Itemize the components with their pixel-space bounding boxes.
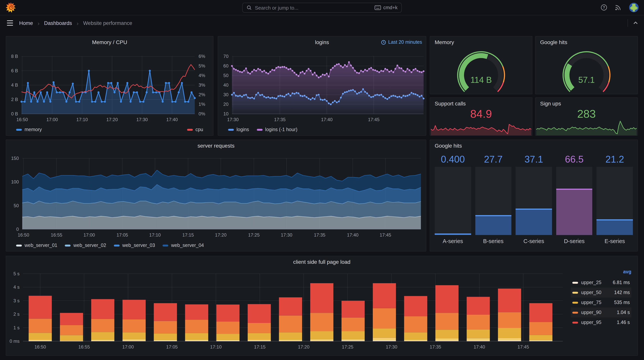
axis-tick: 6% [198,54,205,59]
axis-tick: 0% [198,111,205,116]
legend-item[interactable]: web_server_04 [163,243,204,248]
panel-title[interactable]: server requests [6,142,426,149]
axis-tick: 17:25 [342,344,354,350]
bar-gauge-column: 21.2E-series [597,154,633,248]
search-input[interactable]: Search or jump to... cmd+k [242,3,402,13]
memory-cpu-legend: memorycpu [16,127,203,132]
legend-swatch [572,292,578,294]
axis-tick: 17:45 [380,232,391,238]
bar-gauge-value: 0.400 [435,154,471,165]
news-rss-icon[interactable] [615,4,622,11]
axis-tick: 17:10 [76,117,88,122]
legend-item[interactable]: upper_951.46 s [571,318,631,328]
legend-item[interactable]: web_server_01 [16,243,57,248]
axis-tick: 17:30 [136,117,148,122]
axis-tick: 17:35 [274,117,286,122]
axis-tick: 8 B [11,54,18,59]
legend-value: 1.04 s [617,310,630,315]
bar-gauge-label: E-series [597,235,633,248]
panel-title[interactable]: Google hits [536,39,638,45]
legend-swatch [257,129,262,130]
legend-label: upper_75 [581,300,614,305]
panel-title[interactable]: Memory [430,39,532,45]
axis-tick: 1% [198,102,205,107]
help-icon[interactable]: ? [601,4,607,11]
legend-item[interactable]: upper_75535 ms [571,298,631,308]
chevron-up-icon[interactable] [632,20,639,26]
bar-gauge-value: 27.7 [475,154,511,165]
breadcrumb-dashboards[interactable]: Dashboards [44,20,72,26]
panel-title[interactable]: Google hits [430,142,638,149]
bar-gauge-fill [597,220,633,235]
legend-swatch [16,129,22,130]
panel-sign-ups: Sign ups 283 [535,98,638,136]
legend-item[interactable]: web_server_03 [114,243,155,248]
axis-tick: 17:20 [106,117,118,122]
logins-chart[interactable]: 7060504030201017:3017:3517:4017:45 [218,36,426,125]
bar-gauge-column: 0.400A-series [435,154,471,248]
time-range-control[interactable]: Last 20 minutes [381,40,422,45]
axis-tick: 17:10 [210,344,222,350]
svg-text:?: ? [603,5,605,10]
axis-tick: 17:10 [149,232,161,238]
bar-gauge-value: 66.5 [556,154,592,165]
axis-tick: 150 [11,156,19,161]
axis-tick: 3 s [14,298,20,303]
panel-title[interactable]: Sign ups [536,100,638,106]
bar-gauge-fill [516,208,552,235]
panel-title[interactable]: client side full page load [6,259,638,265]
bar-gauge-fill [556,188,592,235]
legend-item[interactable]: upper_50142 ms [571,288,631,298]
axis-tick: 17:40 [321,117,332,122]
legend-swatch [572,282,578,284]
user-avatar[interactable] [629,3,639,12]
axis-tick: 2 B [11,97,18,102]
axis-tick: 17:40 [166,117,178,122]
legend-item[interactable]: logins (-1 hour) [257,127,297,132]
grafana-logo[interactable] [5,2,16,13]
search-icon [246,5,252,10]
axis-tick: 17:30 [227,117,239,122]
breadcrumb-home[interactable]: Home [19,20,33,26]
axis-tick: 17:00 [122,344,134,350]
bar-gauge-track [475,167,511,235]
panel-memory-gauge: Memory 114 B [430,36,532,94]
legend-swatch [572,322,578,324]
axis-tick: 16:55 [78,344,90,350]
page-load-chart[interactable]: 5 s4 s3 s2 s1 s0 ms16:5016:5517:0017:051… [6,256,638,356]
legend-item[interactable]: upper_901.04 s [571,308,631,318]
server-requests-chart[interactable]: 15010050016:5016:5517:0017:0517:1017:151… [6,140,426,240]
panel-title[interactable]: Support calls [430,100,532,106]
legend-label: web_server_01 [24,243,57,248]
legend-item[interactable]: upper_256.81 ms [571,278,631,288]
bar-gauge-track [597,167,633,235]
axis-tick: 17:40 [347,232,358,238]
axis-tick: 0 ms [10,338,20,344]
logins-legend: loginslogins (-1 hour) [228,127,298,132]
legend-label: upper_90 [581,310,617,315]
panel-title[interactable]: Memory / CPU [6,39,213,45]
menu-toggle-icon[interactable] [5,19,14,27]
axis-tick: 17:40 [474,344,485,350]
legend-swatch [163,244,168,246]
axis-tick: 5% [198,63,205,68]
top-nav: Search or jump to... cmd+k ? [0,0,644,15]
memory-cpu-chart[interactable]: 8 B6 B4 B2 B0 B6%5%4%3%2%1%0%16:5017:001… [6,36,213,125]
grafana-dashboard: Search or jump to... cmd+k ? Home › Das [0,0,644,360]
bar-gauge-value: 37.1 [516,154,552,165]
legend-item[interactable]: cpu [187,127,203,132]
legend-item[interactable]: logins [228,127,249,132]
page-load-legend: avg upper_256.81 msupper_50142 msupper_7… [571,269,631,328]
legend-item[interactable]: web_server_02 [65,243,106,248]
legend-item[interactable]: memory [16,127,42,132]
legend-header: avg [571,269,631,278]
axis-tick: 17:30 [386,344,397,350]
legend-swatch [572,302,578,304]
bar-gauge-column: 27.7B-series [475,154,511,248]
server-requests-legend: web_server_01web_server_02web_server_03w… [16,243,204,248]
bar-gauge-fill [435,234,471,235]
legend-label: upper_50 [581,290,614,295]
time-range-label: Last 20 minutes [388,40,422,45]
axis-tick: 17:15 [254,344,266,350]
bar-gauge-column: 37.1C-series [516,154,552,248]
